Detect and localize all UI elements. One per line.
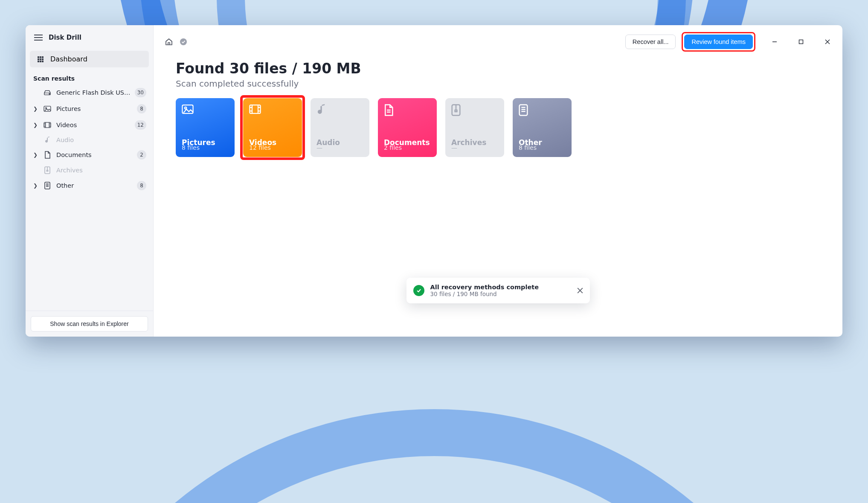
sidebar-item-label: Archives <box>56 167 146 174</box>
archive-icon <box>451 104 462 115</box>
document-icon <box>43 151 52 159</box>
review-found-items-button[interactable]: Review found items <box>684 35 753 49</box>
svg-rect-13 <box>44 122 51 128</box>
chevron-right-icon: ❯ <box>32 152 38 158</box>
film-icon <box>43 122 52 128</box>
picture-icon <box>182 104 193 115</box>
tile-archives[interactable]: Archives — <box>445 98 504 157</box>
toast-notification: All recovery methods complete 30 files /… <box>406 278 590 303</box>
sidebar-item-label: Dashboard <box>50 55 87 63</box>
disk-icon <box>43 90 52 96</box>
sidebar-item-label: Generic Flash Disk USB D... <box>56 89 131 96</box>
page-subtitle: Scan completed successfully <box>176 79 820 89</box>
check-circle-icon <box>413 285 424 296</box>
svg-rect-22 <box>47 170 48 172</box>
sidebar-item-audio[interactable]: Audio <box>30 133 149 147</box>
sidebar-section-heading: Scan results <box>30 71 149 84</box>
svg-rect-2 <box>42 56 44 58</box>
tile-count: 8 files <box>519 144 566 151</box>
highlight-review: Review found items <box>682 32 755 52</box>
window-maximize-button[interactable] <box>794 37 808 47</box>
sidebar-item-pictures[interactable]: ❯ Pictures 8 <box>30 101 149 117</box>
home-icon[interactable] <box>165 38 173 46</box>
sidebar-item-other[interactable]: ❯ Other 8 <box>30 177 149 194</box>
svg-rect-6 <box>38 61 39 62</box>
show-in-explorer-button[interactable]: Show scan results in Explorer <box>31 316 148 331</box>
tile-count: — <box>451 144 498 151</box>
svg-rect-29 <box>799 40 803 44</box>
sidebar: Disk Drill Dashboard Scan results Generi… <box>26 25 154 337</box>
menu-icon[interactable] <box>34 35 43 41</box>
tile-count: 8 files <box>182 144 229 151</box>
content: Found 30 files / 190 MB Scan completed s… <box>154 56 842 157</box>
svg-rect-7 <box>40 61 41 62</box>
toast-subtitle: 30 files / 190 MB found <box>430 291 571 297</box>
count-badge: 12 <box>135 120 146 130</box>
window-close-button[interactable] <box>820 37 835 47</box>
file-icon <box>519 104 530 115</box>
svg-rect-1 <box>40 56 41 58</box>
svg-point-10 <box>49 93 50 94</box>
music-note-icon <box>43 137 52 143</box>
svg-point-12 <box>46 108 47 109</box>
svg-rect-3 <box>38 58 39 60</box>
count-badge: 2 <box>137 150 146 160</box>
grid-icon <box>36 56 45 63</box>
archive-icon <box>43 166 52 174</box>
svg-rect-46 <box>520 105 528 116</box>
sidebar-item-label: Videos <box>56 122 131 128</box>
sidebar-footer: Show scan results in Explorer <box>26 311 153 337</box>
svg-point-27 <box>180 38 187 45</box>
sidebar-item-documents[interactable]: ❯ Documents 2 <box>30 147 149 163</box>
tile-pictures[interactable]: Pictures 8 files <box>176 98 235 157</box>
sidebar-item-label: Documents <box>56 151 133 158</box>
tile-count: 12 files <box>249 144 296 151</box>
app-window: Disk Drill Dashboard Scan results Generi… <box>26 25 842 337</box>
film-icon <box>249 104 260 115</box>
svg-rect-5 <box>42 58 44 60</box>
chevron-right-icon: ❯ <box>32 122 38 128</box>
chevron-right-icon: ❯ <box>32 106 38 112</box>
tile-documents[interactable]: Documents 2 files <box>378 98 437 157</box>
app-title: Disk Drill <box>49 34 81 41</box>
tile-grid: Pictures 8 files Videos 12 files <box>176 98 820 157</box>
svg-rect-45 <box>455 110 457 112</box>
file-icon <box>43 182 52 189</box>
tile-other[interactable]: Other 8 files <box>513 98 572 157</box>
sidebar-item-label: Audio <box>56 137 146 143</box>
count-badge: 8 <box>137 104 146 113</box>
music-note-icon <box>316 104 328 115</box>
document-icon <box>384 104 395 115</box>
svg-rect-23 <box>45 182 50 189</box>
sidebar-item-dashboard[interactable]: Dashboard <box>30 51 149 67</box>
tile-videos[interactable]: Videos 12 files <box>243 98 302 157</box>
count-badge: 30 <box>135 88 146 97</box>
top-bar: Recover all... Review found items <box>154 25 842 56</box>
tile-count: 2 files <box>384 144 431 151</box>
sidebar-item-videos[interactable]: ❯ Videos 12 <box>30 117 149 133</box>
svg-rect-4 <box>40 58 41 60</box>
picture-icon <box>43 106 52 112</box>
sidebar-item-label: Pictures <box>56 105 133 112</box>
svg-rect-34 <box>250 105 260 113</box>
svg-rect-0 <box>38 56 39 58</box>
tile-count: — <box>316 144 363 151</box>
toast-title: All recovery methods complete <box>430 284 571 291</box>
sidebar-item-label: Other <box>56 182 133 189</box>
check-badge-icon[interactable] <box>179 38 188 46</box>
window-minimize-button[interactable] <box>767 37 782 47</box>
count-badge: 8 <box>137 181 146 190</box>
svg-rect-8 <box>42 61 44 62</box>
close-icon[interactable] <box>577 288 583 294</box>
svg-point-33 <box>185 107 186 109</box>
chevron-right-icon: ❯ <box>32 183 38 189</box>
main-area: Recover all... Review found items Found … <box>154 25 842 337</box>
sidebar-item-disk[interactable]: Generic Flash Disk USB D... 30 <box>30 84 149 101</box>
sidebar-header: Disk Drill <box>26 25 153 48</box>
tile-audio[interactable]: Audio — <box>311 98 369 157</box>
sidebar-item-archives[interactable]: Archives <box>30 163 149 177</box>
sidebar-list: Dashboard Scan results Generic Flash Dis… <box>26 48 153 311</box>
recover-all-button[interactable]: Recover all... <box>625 35 676 49</box>
page-title: Found 30 files / 190 MB <box>176 60 820 77</box>
